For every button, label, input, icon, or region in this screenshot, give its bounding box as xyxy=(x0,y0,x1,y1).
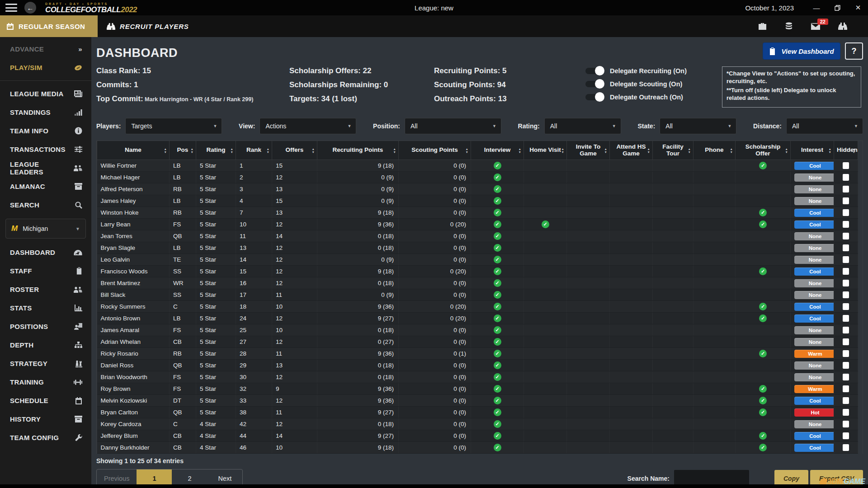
interest-badge[interactable]: Hot xyxy=(794,408,834,417)
hidden-checkbox[interactable] xyxy=(843,421,849,427)
hidden-checkbox[interactable] xyxy=(843,362,849,369)
briefcase-icon[interactable] xyxy=(758,23,767,30)
toggle-switch[interactable] xyxy=(585,81,604,87)
column-header-scouting-points[interactable]: Scouting Points▲▼ xyxy=(399,141,471,160)
column-header-recruiting-points[interactable]: Recruiting Points▲▼ xyxy=(317,141,399,160)
column-header-invite-to-game[interactable]: Invite To Game▲▼ xyxy=(567,141,610,160)
hidden-checkbox[interactable] xyxy=(843,303,849,310)
sidebar-item-stats[interactable]: STATS xyxy=(0,299,91,317)
column-header-phone[interactable]: Phone▲▼ xyxy=(693,141,736,160)
sidebar-item-positions[interactable]: POSITIONS xyxy=(0,317,91,336)
sidebar-item-league-media[interactable]: LEAGUE MEDIA xyxy=(0,84,91,103)
interest-badge[interactable]: None xyxy=(794,420,834,428)
sidebar-item-history[interactable]: HISTORY xyxy=(0,410,91,428)
close-button[interactable]: ✕ xyxy=(854,3,863,12)
table-row[interactable]: Rocky SummersC5 Star18109 (36)0 (20)✓✓Co… xyxy=(97,301,858,313)
table-row[interactable]: Daniel RossQB5 Star29130 (18)0 (0)✓None xyxy=(97,360,858,371)
column-header-facility-tour[interactable]: Facility Tour▲▼ xyxy=(653,141,693,160)
interest-badge[interactable]: Cool xyxy=(794,209,834,217)
view-dashboard-button[interactable]: View Dashboard xyxy=(763,42,840,60)
column-header-home-visit[interactable]: Home Visit▲▼ xyxy=(524,141,567,160)
table-row[interactable]: Danny BurkholderCB4 Star46109 (18)0 (0)✓… xyxy=(97,442,858,454)
toggle-delegate-recruiting-on-[interactable]: Delegate Recruiting (On) xyxy=(585,67,721,75)
help-button[interactable]: ? xyxy=(845,42,863,60)
toggle-delegate-outreach-on-[interactable]: Delegate Outreach (On) xyxy=(585,94,721,101)
interest-badge[interactable]: Cool xyxy=(794,444,834,452)
table-row[interactable]: Antonio BrownLB5 Star24129 (27)0 (20)✓✓C… xyxy=(97,313,858,324)
hidden-checkbox[interactable] xyxy=(843,233,849,239)
toggle-switch[interactable] xyxy=(585,94,604,100)
table-row[interactable]: Brent MartinezWR5 Star16120 (18)0 (0)✓No… xyxy=(97,277,858,289)
interest-badge[interactable]: Cool xyxy=(794,221,834,229)
sidebar-item-strategy[interactable]: STRATEGY xyxy=(0,354,91,373)
hidden-checkbox[interactable] xyxy=(843,174,849,181)
table-row[interactable]: Winston HokeRB5 Star7139 (18)0 (0)✓✓Cool xyxy=(97,207,858,219)
sidebar-item-league-leaders[interactable]: LEAGUE LEADERS xyxy=(0,159,91,177)
filter-select-rating[interactable]: All▼ xyxy=(544,118,621,134)
column-header-interest[interactable]: Interest▲▼ xyxy=(791,141,834,160)
interest-badge[interactable]: Cool xyxy=(794,314,834,323)
filter-select-view[interactable]: Actions▼ xyxy=(259,118,356,134)
column-header-hidden[interactable]: Hidden▲▼ xyxy=(834,141,858,160)
hidden-checkbox[interactable] xyxy=(843,268,849,275)
hidden-checkbox[interactable] xyxy=(843,409,849,416)
interest-badge[interactable]: None xyxy=(794,326,834,334)
table-row[interactable]: Adrian WhelanCB5 Star27120 (27)0 (0)✓Non… xyxy=(97,336,858,348)
team-selector[interactable]: M Michigan ▼ xyxy=(5,219,86,239)
toggle-delegate-scouting-on-[interactable]: Delegate Scouting (On) xyxy=(585,80,721,88)
binoculars-icon[interactable] xyxy=(838,22,847,30)
interest-badge[interactable]: Cool xyxy=(794,303,834,311)
table-row[interactable]: Jean TorresQB5 Star11140 (18)0 (0)✓None xyxy=(97,230,858,242)
sidebar-item-standings[interactable]: STANDINGS xyxy=(0,103,91,122)
hidden-checkbox[interactable] xyxy=(843,280,849,286)
interest-badge[interactable]: None xyxy=(794,338,834,346)
database-icon[interactable] xyxy=(785,22,793,30)
table-row[interactable]: Bryan SlagleLB5 Star13120 (18)0 (0)✓None xyxy=(97,242,858,254)
interest-badge[interactable]: None xyxy=(794,361,834,370)
filter-select-players[interactable]: Targets▼ xyxy=(125,118,222,134)
restore-button[interactable] xyxy=(833,3,842,12)
column-header-pos[interactable]: Pos▲▼ xyxy=(170,141,196,160)
interest-badge[interactable]: None xyxy=(794,174,834,182)
hamburger-menu-icon[interactable] xyxy=(5,4,17,12)
interest-badge[interactable]: None xyxy=(794,244,834,252)
table-row[interactable]: Leo GalvinTE5 Star14120 (9)0 (0)✓None xyxy=(97,254,858,266)
interest-badge[interactable]: Warm xyxy=(794,350,834,358)
interest-badge[interactable]: None xyxy=(794,291,834,299)
sidebar-item-schedule[interactable]: SCHEDULE xyxy=(0,391,91,410)
hidden-checkbox[interactable] xyxy=(843,374,849,380)
sidebar-item-play-sim[interactable]: PLAY/SIM xyxy=(0,58,91,77)
hidden-checkbox[interactable] xyxy=(843,350,849,357)
table-row[interactable]: Melvin KozlowskiDT5 Star33129 (36)0 (0)✓… xyxy=(97,395,858,407)
regular-season-tab[interactable]: REGULAR SEASON xyxy=(0,15,98,37)
interest-badge[interactable]: None xyxy=(794,256,834,264)
hidden-checkbox[interactable] xyxy=(843,244,849,251)
sidebar-item-team-config[interactable]: TEAM CONFIG xyxy=(0,428,91,447)
table-row[interactable]: Jefferey BlumCB4 Star44149 (27)0 (0)✓✓Co… xyxy=(97,430,858,442)
filter-select-state[interactable]: All▼ xyxy=(660,118,736,134)
hidden-checkbox[interactable] xyxy=(843,256,849,263)
table-row[interactable]: Korey CardozaC4 Star42120 (18)0 (0)✓None xyxy=(97,418,858,430)
column-header-attend-hs-game[interactable]: Attend HS Game▲▼ xyxy=(610,141,653,160)
hidden-checkbox[interactable] xyxy=(843,338,849,345)
hidden-checkbox[interactable] xyxy=(843,385,849,392)
table-row[interactable]: Ricky RosarioRB5 Star28119 (36)0 (1)✓✓Wa… xyxy=(97,348,858,360)
sidebar-item-roster[interactable]: ROSTER xyxy=(0,280,91,299)
sidebar-item-transactions[interactable]: TRANSACTIONS xyxy=(0,140,91,159)
table-row[interactable]: Brian WoodworthFS5 Star30120 (18)0 (0)✓N… xyxy=(97,371,858,383)
sidebar-item-search[interactable]: SEARCH xyxy=(0,196,91,214)
mail-icon[interactable]: 22 xyxy=(811,23,820,30)
table-row[interactable]: Roy BrownFS5 Star3299 (36)0 (0)✓✓Warm xyxy=(97,383,858,395)
column-header-scholarship-offer[interactable]: Scholarship Offer▲▼ xyxy=(736,141,791,160)
table-row[interactable]: Bill SlackSS5 Star17110 (9)0 (0)✓None xyxy=(97,289,858,301)
table-row[interactable]: Alfred PetersonRB5 Star3130 (9)0 (0)✓Non… xyxy=(97,183,858,195)
hidden-checkbox[interactable] xyxy=(843,221,849,228)
interest-badge[interactable]: None xyxy=(794,373,834,381)
hidden-checkbox[interactable] xyxy=(843,397,849,404)
table-row[interactable]: Willie FortnerLB5 Star1159 (18)0 (0)✓✓Co… xyxy=(97,160,858,172)
table-row[interactable]: Francisco WoodsSS5 Star15129 (18)0 (20)✓… xyxy=(97,266,858,277)
hidden-checkbox[interactable] xyxy=(843,327,849,333)
interest-badge[interactable]: None xyxy=(794,185,834,193)
interest-badge[interactable]: None xyxy=(794,232,834,240)
table-row[interactable]: Michael HagerLB5 Star2120 (9)0 (0)✓None xyxy=(97,172,858,183)
